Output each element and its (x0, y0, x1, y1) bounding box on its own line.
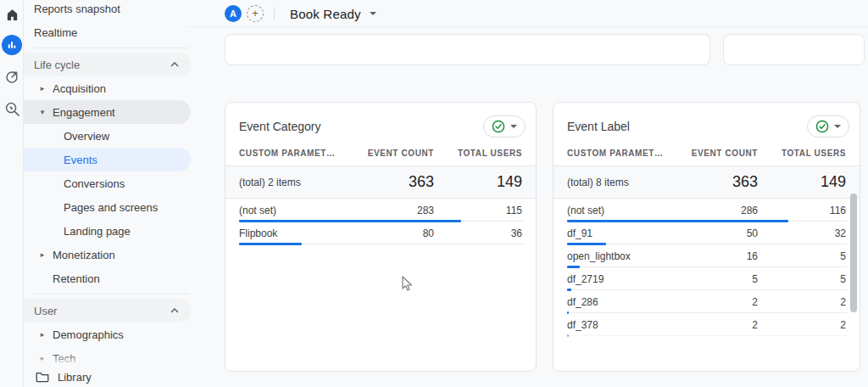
data-quality-button[interactable] (483, 115, 526, 137)
row-total-users: 1 (758, 342, 846, 347)
row-total-users: 32 (758, 227, 846, 239)
row-dimension: df_286 (567, 296, 683, 308)
row-total-users: 5 (758, 273, 846, 285)
data-quality-button[interactable] (807, 115, 849, 137)
row-event-count: 2 (683, 296, 758, 308)
property-name: Book Ready (290, 7, 361, 21)
sidebar-item-retention[interactable]: Retention (24, 266, 191, 290)
sidebar-item-life-cycle[interactable]: Life cycle (24, 53, 191, 76)
row-total-users: 36 (434, 227, 522, 239)
sidebar-item-label: Pages and screens (64, 201, 158, 214)
row-total-users: 2 (758, 296, 846, 308)
sidebar-item-realtime[interactable]: Realtime (24, 20, 191, 44)
sidebar-item-label: Conversions (64, 177, 125, 190)
table-body: (not set)286116df_915032open_lightbox165… (554, 199, 860, 346)
property-switcher[interactable]: Book Ready (290, 3, 376, 24)
row-event-count: 2 (683, 319, 758, 331)
chevron-down-icon: ▾ (32, 108, 53, 116)
advertising-icon[interactable] (0, 67, 24, 86)
total-label: (total) 8 items (567, 177, 683, 188)
total-label: (total) 2 items (239, 177, 359, 188)
sidebar-item-demographics[interactable]: ▸Demographics (24, 322, 191, 346)
sidebar-item-events[interactable]: Events (24, 148, 191, 171)
sidebar-item-engagement[interactable]: ▾Engagement (24, 100, 191, 124)
table-row: df_915032 (554, 222, 860, 244)
sidebar-item-label: User (34, 305, 170, 317)
sidebar-item-label: Monetization (53, 249, 115, 261)
sidebar-item-library[interactable]: Library (24, 367, 191, 387)
table-row: df_39111 (554, 336, 860, 346)
sidebar-item-label: Acquisition (53, 82, 106, 95)
table-row: Flipbook8036 (225, 222, 536, 244)
row-event-count: 80 (359, 227, 434, 239)
column-header-custom-parameter[interactable]: CUSTOM PARAMET… (239, 149, 359, 158)
sidebar-item-landing-page[interactable]: Landing page (24, 219, 191, 243)
home-icon[interactable] (0, 5, 24, 24)
column-header-total-users[interactable]: TOTAL USERS (434, 149, 522, 158)
sidebar-item-pages-and-screens[interactable]: Pages and screens (24, 195, 191, 219)
scrollbar-thumb[interactable] (850, 194, 857, 312)
row-bar-track (239, 243, 524, 245)
row-dimension: (not set) (239, 205, 359, 216)
table-body: (not set)283115Flipbook8036 (225, 199, 536, 244)
folder-icon (36, 371, 49, 383)
table-row: (not set)283115 (225, 199, 536, 222)
sidebar-item-label: Realtime (34, 26, 77, 39)
nav-divider (34, 48, 189, 48)
row-dimension: open_lightbox (567, 250, 683, 262)
event-category-card: Event Category CUSTOM PARAMET… EVENT COU… (225, 102, 537, 372)
total-users: 149 (758, 173, 846, 191)
explore-icon[interactable] (0, 99, 24, 118)
sidebar-item-label: Retention (53, 272, 100, 285)
total-event-count: 363 (683, 173, 758, 191)
app-rail (0, 0, 24, 387)
sidebar-item-acquisition[interactable]: ▸Acquisition (24, 76, 191, 100)
table-row: (not set)286116 (554, 199, 860, 222)
nav-divider (34, 294, 189, 294)
table-total-row: (total) 2 items 363 149 (225, 165, 536, 199)
row-dimension: df_2719 (567, 273, 683, 285)
check-circle-icon (492, 120, 505, 133)
partial-card-top-right (723, 34, 865, 65)
column-header-event-count[interactable]: EVENT COUNT (359, 149, 434, 158)
sidebar-item-conversions[interactable]: Conversions (24, 171, 191, 195)
sidebar-item-label: Tech (53, 352, 75, 365)
account-avatar[interactable]: A (225, 5, 242, 22)
sidebar-item-monetization[interactable]: ▸Monetization (24, 243, 191, 266)
sidebar-item-label: Events (64, 154, 97, 166)
total-event-count: 363 (359, 173, 434, 191)
top-header: A + Book Ready (186, 0, 868, 27)
total-users: 149 (434, 173, 522, 191)
sidebar-item-reports-snapshot[interactable]: Reports snapshot (24, 0, 191, 20)
row-event-count: 1 (683, 342, 758, 347)
column-header-custom-parameter[interactable]: CUSTOM PARAMET… (567, 149, 683, 158)
app-root: Reports snapshotRealtimeLife cycle▸Acqui… (0, 0, 868, 387)
table-column-headers: CUSTOM PARAMET… EVENT COUNT TOTAL USERS (225, 145, 536, 165)
table-total-row: (total) 8 items 363 149 (554, 165, 860, 199)
sidebar-item-label: Landing page (64, 225, 131, 238)
table-row: open_lightbox165 (554, 244, 860, 267)
event-label-card: Event Label CUSTOM PARAMET… EVENT COUNT … (553, 102, 860, 372)
reports-icon[interactable] (0, 34, 24, 56)
row-event-count: 5 (683, 273, 758, 285)
sidebar-item-label: Overview (64, 130, 109, 143)
chevron-right-icon: ▸ (32, 84, 53, 93)
column-header-total-users[interactable]: TOTAL USERS (758, 149, 846, 158)
partial-card-top-left (225, 34, 710, 65)
table-column-headers: CUSTOM PARAMET… EVENT COUNT TOTAL USERS (554, 145, 860, 165)
sidebar-item-overview[interactable]: Overview (24, 124, 191, 148)
row-dimension: df_378 (567, 319, 683, 331)
card-title: Event Category (239, 120, 321, 133)
column-header-event-count[interactable]: EVENT COUNT (683, 149, 758, 158)
header-divider (274, 7, 275, 20)
reports-active-circle (2, 35, 22, 55)
chevron-down-icon (510, 125, 517, 128)
row-total-users: 2 (758, 319, 846, 331)
row-total-users: 115 (434, 205, 522, 216)
add-comparison-button[interactable]: + (247, 5, 264, 22)
table-row: df_28622 (554, 290, 860, 313)
sidebar-item-user[interactable]: User (24, 299, 191, 322)
chevron-up-icon (170, 62, 179, 67)
row-dimension: (not set) (567, 205, 683, 216)
table-row: df_271955 (554, 267, 860, 290)
